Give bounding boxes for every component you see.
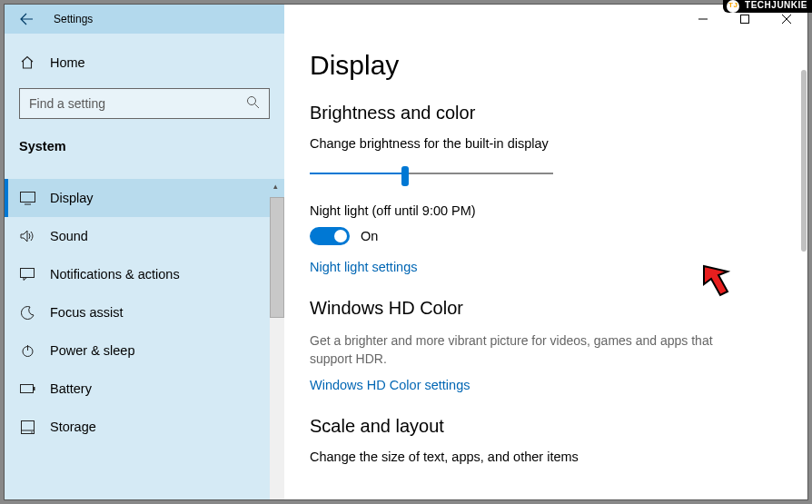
scale-heading: Scale and layout (310, 416, 807, 437)
main-scrollbar[interactable] (800, 34, 807, 499)
sidebar-item-display[interactable]: Display (5, 179, 284, 217)
power-icon (19, 344, 35, 358)
brightness-slider-label: Change brightness for the built-in displ… (310, 136, 807, 151)
hd-color-section: Windows HD Color Get a brighter and more… (310, 298, 807, 392)
message-icon (19, 268, 35, 281)
moon-icon (19, 306, 35, 320)
sidebar-item-label: Storage (50, 420, 96, 434)
brightness-section: Brightness and color Change brightness f… (310, 103, 807, 274)
slider-fill (310, 173, 405, 174)
hd-color-desc: Get a brighter and more vibrant picture … (310, 331, 746, 369)
scale-section: Scale and layout Change the size of text… (310, 416, 807, 464)
sidebar-item-power-sleep[interactable]: Power & sleep (5, 331, 284, 370)
main-panel: Display Brightness and color Change brig… (284, 34, 807, 499)
titlebar: Settings (5, 5, 807, 34)
nav-items: Display Sound Notifications & actions Fo… (5, 179, 284, 446)
settings-window: Settings Home System Display (4, 4, 808, 500)
page-title: Display (310, 50, 807, 81)
brightness-heading: Brightness and color (310, 103, 807, 124)
sidebar-item-focus-assist[interactable]: Focus assist (5, 293, 284, 331)
night-light-toggle-row: On (310, 227, 807, 245)
search-box[interactable] (19, 88, 270, 119)
svg-rect-10 (34, 387, 35, 390)
sidebar-item-label: Focus assist (50, 305, 124, 320)
toggle-state-label: On (361, 229, 378, 243)
sidebar-item-notifications[interactable]: Notifications & actions (5, 255, 284, 293)
search-input[interactable] (29, 96, 246, 111)
sidebar-item-sound[interactable]: Sound (5, 217, 284, 255)
app-title: Settings (54, 13, 93, 25)
battery-icon (19, 384, 35, 393)
sound-icon (19, 230, 35, 242)
minimize-button[interactable] (682, 5, 724, 34)
sidebar-item-battery[interactable]: Battery (5, 370, 284, 408)
back-arrow-icon (19, 12, 34, 26)
home-icon (19, 55, 35, 70)
scale-desc: Change the size of text, apps, and other… (310, 450, 807, 464)
sidebar-item-label: Power & sleep (50, 343, 135, 358)
main-scroll-thumb[interactable] (801, 70, 807, 252)
night-light-toggle[interactable] (310, 227, 350, 245)
sidebar-scroll-thumb[interactable] (270, 197, 284, 318)
titlebar-left: Settings (5, 5, 284, 34)
back-button[interactable] (5, 5, 48, 34)
slider-thumb[interactable] (401, 166, 409, 186)
night-light-label: Night light (off until 9:00 PM) (310, 203, 807, 218)
svg-line-3 (255, 104, 260, 108)
sidebar-item-label: Display (50, 191, 94, 205)
hd-color-heading: Windows HD Color (310, 298, 807, 319)
storage-icon (19, 420, 35, 434)
search-icon (246, 95, 260, 113)
category-title: System (5, 130, 284, 166)
svg-rect-9 (20, 385, 33, 393)
svg-point-13 (31, 431, 33, 433)
sidebar: Home System Display Sound Notifications (5, 34, 284, 499)
sidebar-item-storage[interactable]: Storage (5, 408, 284, 446)
sidebar-item-label: Sound (50, 229, 88, 243)
monitor-icon (19, 192, 35, 205)
sidebar-item-label: Notifications & actions (50, 267, 180, 282)
brand-badge: TECHJUNKIE (723, 0, 812, 13)
svg-rect-4 (20, 192, 35, 202)
home-nav[interactable]: Home (5, 44, 284, 81)
hd-color-settings-link[interactable]: Windows HD Color settings (310, 378, 807, 392)
svg-point-2 (248, 96, 256, 104)
sidebar-scrollbar[interactable] (270, 197, 284, 499)
sidebar-item-label: Battery (50, 381, 92, 396)
brightness-slider[interactable] (310, 162, 553, 187)
content: Home System Display Sound Notifications (5, 34, 807, 499)
svg-rect-1 (741, 15, 749, 24)
svg-rect-6 (21, 269, 35, 278)
night-light-settings-link[interactable]: Night light settings (310, 260, 807, 274)
home-label: Home (50, 55, 85, 70)
